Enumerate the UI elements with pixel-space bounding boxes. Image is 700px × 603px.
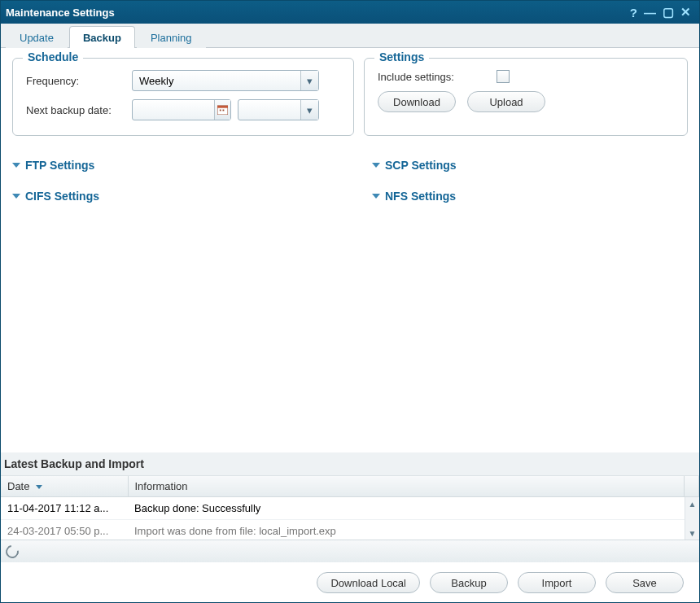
- backup-time-select[interactable]: ▾: [238, 99, 319, 120]
- footer-buttons: Download Local Backup Import Save: [317, 572, 684, 593]
- backup-date-input[interactable]: [132, 99, 231, 120]
- ftp-settings-toggle[interactable]: FTP Settings: [12, 159, 328, 172]
- cell-date: 24-03-2017 05:50 p...: [1, 520, 128, 540]
- download-local-button[interactable]: Download Local: [317, 572, 420, 593]
- include-settings-checkbox[interactable]: [497, 70, 510, 83]
- frequency-label: Frequency:: [26, 75, 132, 87]
- upload-button[interactable]: Upload: [467, 91, 545, 112]
- chevron-down-icon: [372, 194, 380, 199]
- calendar-icon[interactable]: [214, 100, 230, 120]
- include-settings-label: Include settings:: [378, 71, 483, 83]
- chevron-down-icon: ▾: [300, 100, 318, 120]
- chevron-down-icon: ▾: [300, 71, 318, 90]
- next-backup-label: Next backup date:: [26, 104, 132, 116]
- scp-settings-toggle[interactable]: SCP Settings: [372, 159, 688, 172]
- chevron-down-icon: [12, 163, 20, 168]
- schedule-fieldset: Schedule Frequency: Weekly ▾ Next backup…: [12, 58, 354, 136]
- ftp-settings-label: FTP Settings: [25, 159, 94, 172]
- nfs-settings-label: NFS Settings: [385, 190, 456, 203]
- maximize-icon[interactable]: ▢: [659, 5, 677, 20]
- column-date[interactable]: Date: [1, 476, 128, 497]
- column-spacer: [685, 476, 699, 497]
- svg-rect-1: [217, 106, 228, 108]
- schedule-legend: Schedule: [23, 50, 83, 63]
- minimize-icon[interactable]: —: [641, 6, 659, 20]
- content-area: Schedule Frequency: Weekly ▾ Next backup…: [1, 48, 699, 444]
- scp-settings-label: SCP Settings: [385, 159, 457, 172]
- svg-rect-2: [220, 110, 221, 111]
- grid-region: Latest Backup and Import Date Informatio…: [1, 452, 699, 562]
- nfs-settings-toggle[interactable]: NFS Settings: [372, 190, 688, 203]
- tab-planning[interactable]: Planning: [137, 26, 206, 48]
- scroll-down-icon[interactable]: ▼: [685, 527, 699, 540]
- download-button[interactable]: Download: [378, 91, 456, 112]
- table-row[interactable]: 24-03-2017 05:50 p... Import was done fr…: [1, 520, 699, 540]
- chevron-down-icon: [372, 163, 380, 168]
- cell-date: 11-04-2017 11:12 a...: [1, 497, 128, 520]
- chevron-down-icon: [12, 194, 20, 199]
- cifs-settings-toggle[interactable]: CIFS Settings: [12, 190, 328, 203]
- column-date-label: Date: [7, 480, 29, 492]
- tab-update[interactable]: Update: [6, 26, 68, 48]
- titlebar: Maintenance Settings ? — ▢ ✕: [1, 1, 699, 24]
- cell-info: Import was done from file: local_import.…: [128, 520, 699, 540]
- frequency-value: Weekly: [139, 75, 173, 87]
- settings-legend: Settings: [374, 50, 429, 63]
- window-title: Maintenance Settings: [6, 7, 627, 19]
- save-button[interactable]: Save: [606, 572, 684, 593]
- tab-backup[interactable]: Backup: [69, 26, 135, 48]
- tabstrip: Update Backup Planning: [1, 24, 699, 48]
- backup-button[interactable]: Backup: [430, 572, 508, 593]
- scrollbar[interactable]: ▲ ▼: [685, 497, 699, 540]
- frequency-select[interactable]: Weekly ▾: [132, 70, 319, 91]
- cifs-settings-label: CIFS Settings: [25, 190, 99, 203]
- backup-grid: Date Information: [1, 476, 699, 497]
- column-information[interactable]: Information: [128, 476, 685, 497]
- sort-desc-icon: [36, 485, 42, 489]
- window-frame: Maintenance Settings ? — ▢ ✕ Update Back…: [0, 0, 700, 603]
- grid-toolbar: [1, 540, 699, 562]
- grid-title: Latest Backup and Import: [1, 452, 699, 475]
- refresh-icon[interactable]: [3, 542, 21, 560]
- svg-rect-3: [223, 110, 225, 111]
- import-button[interactable]: Import: [518, 572, 596, 593]
- scroll-up-icon[interactable]: ▲: [685, 497, 699, 510]
- help-icon[interactable]: ?: [627, 6, 641, 20]
- cell-info: Backup done: Successfully: [128, 497, 699, 520]
- close-icon[interactable]: ✕: [677, 5, 694, 20]
- settings-fieldset: Settings Include settings: Download Uplo…: [364, 58, 688, 136]
- table-row[interactable]: 11-04-2017 11:12 a... Backup done: Succe…: [1, 497, 699, 520]
